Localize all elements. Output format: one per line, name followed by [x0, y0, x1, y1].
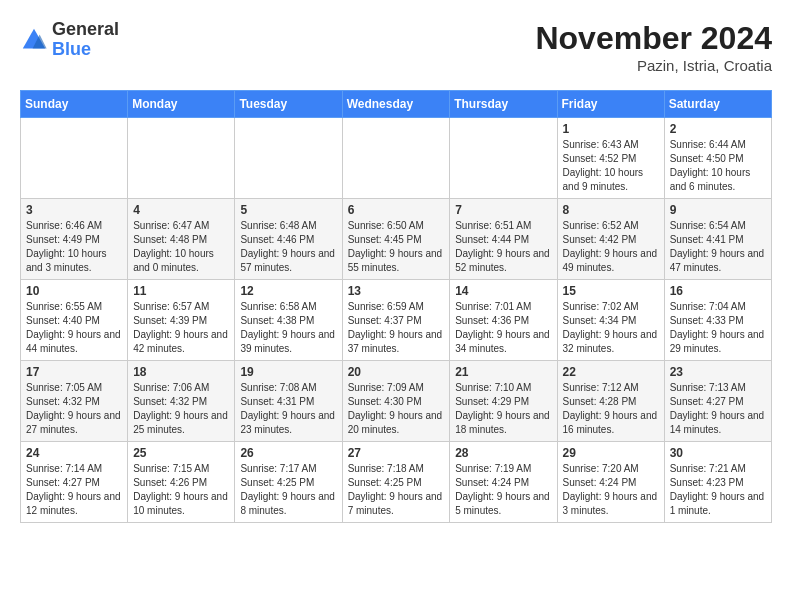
weekday-header: Wednesday	[342, 91, 450, 118]
day-info: Sunrise: 6:48 AM Sunset: 4:46 PM Dayligh…	[240, 219, 336, 275]
calendar-cell: 10Sunrise: 6:55 AM Sunset: 4:40 PM Dayli…	[21, 280, 128, 361]
day-number: 6	[348, 203, 445, 217]
day-info: Sunrise: 6:52 AM Sunset: 4:42 PM Dayligh…	[563, 219, 659, 275]
day-info: Sunrise: 7:18 AM Sunset: 4:25 PM Dayligh…	[348, 462, 445, 518]
day-info: Sunrise: 7:12 AM Sunset: 4:28 PM Dayligh…	[563, 381, 659, 437]
logo: General Blue	[20, 20, 119, 60]
day-number: 3	[26, 203, 122, 217]
calendar-cell: 29Sunrise: 7:20 AM Sunset: 4:24 PM Dayli…	[557, 442, 664, 523]
day-number: 16	[670, 284, 766, 298]
calendar-cell	[128, 118, 235, 199]
calendar-cell: 2Sunrise: 6:44 AM Sunset: 4:50 PM Daylig…	[664, 118, 771, 199]
calendar-cell: 24Sunrise: 7:14 AM Sunset: 4:27 PM Dayli…	[21, 442, 128, 523]
calendar-cell	[450, 118, 557, 199]
day-info: Sunrise: 6:47 AM Sunset: 4:48 PM Dayligh…	[133, 219, 229, 275]
calendar-cell: 1Sunrise: 6:43 AM Sunset: 4:52 PM Daylig…	[557, 118, 664, 199]
day-info: Sunrise: 7:08 AM Sunset: 4:31 PM Dayligh…	[240, 381, 336, 437]
calendar-cell: 11Sunrise: 6:57 AM Sunset: 4:39 PM Dayli…	[128, 280, 235, 361]
calendar-header-row: SundayMondayTuesdayWednesdayThursdayFrid…	[21, 91, 772, 118]
calendar-cell: 30Sunrise: 7:21 AM Sunset: 4:23 PM Dayli…	[664, 442, 771, 523]
day-info: Sunrise: 6:46 AM Sunset: 4:49 PM Dayligh…	[26, 219, 122, 275]
day-info: Sunrise: 7:05 AM Sunset: 4:32 PM Dayligh…	[26, 381, 122, 437]
weekday-header: Monday	[128, 91, 235, 118]
weekday-header: Sunday	[21, 91, 128, 118]
day-info: Sunrise: 7:09 AM Sunset: 4:30 PM Dayligh…	[348, 381, 445, 437]
day-number: 9	[670, 203, 766, 217]
day-number: 26	[240, 446, 336, 460]
calendar-cell: 8Sunrise: 6:52 AM Sunset: 4:42 PM Daylig…	[557, 199, 664, 280]
calendar-cell: 27Sunrise: 7:18 AM Sunset: 4:25 PM Dayli…	[342, 442, 450, 523]
day-number: 12	[240, 284, 336, 298]
weekday-header: Saturday	[664, 91, 771, 118]
logo-blue: Blue	[52, 40, 119, 60]
page-header: General Blue November 2024 Pazin, Istria…	[20, 20, 772, 74]
day-info: Sunrise: 7:19 AM Sunset: 4:24 PM Dayligh…	[455, 462, 551, 518]
day-number: 15	[563, 284, 659, 298]
weekday-header: Friday	[557, 91, 664, 118]
day-info: Sunrise: 7:13 AM Sunset: 4:27 PM Dayligh…	[670, 381, 766, 437]
calendar-cell: 23Sunrise: 7:13 AM Sunset: 4:27 PM Dayli…	[664, 361, 771, 442]
day-number: 4	[133, 203, 229, 217]
day-number: 27	[348, 446, 445, 460]
day-info: Sunrise: 7:06 AM Sunset: 4:32 PM Dayligh…	[133, 381, 229, 437]
calendar-week-row: 10Sunrise: 6:55 AM Sunset: 4:40 PM Dayli…	[21, 280, 772, 361]
calendar-week-row: 24Sunrise: 7:14 AM Sunset: 4:27 PM Dayli…	[21, 442, 772, 523]
day-info: Sunrise: 7:20 AM Sunset: 4:24 PM Dayligh…	[563, 462, 659, 518]
calendar-cell: 13Sunrise: 6:59 AM Sunset: 4:37 PM Dayli…	[342, 280, 450, 361]
day-number: 22	[563, 365, 659, 379]
weekday-header: Tuesday	[235, 91, 342, 118]
logo-general: General	[52, 20, 119, 40]
day-info: Sunrise: 7:15 AM Sunset: 4:26 PM Dayligh…	[133, 462, 229, 518]
calendar-week-row: 3Sunrise: 6:46 AM Sunset: 4:49 PM Daylig…	[21, 199, 772, 280]
calendar-cell: 17Sunrise: 7:05 AM Sunset: 4:32 PM Dayli…	[21, 361, 128, 442]
day-info: Sunrise: 6:58 AM Sunset: 4:38 PM Dayligh…	[240, 300, 336, 356]
day-info: Sunrise: 7:01 AM Sunset: 4:36 PM Dayligh…	[455, 300, 551, 356]
day-number: 11	[133, 284, 229, 298]
day-number: 25	[133, 446, 229, 460]
calendar-cell: 14Sunrise: 7:01 AM Sunset: 4:36 PM Dayli…	[450, 280, 557, 361]
calendar-cell: 16Sunrise: 7:04 AM Sunset: 4:33 PM Dayli…	[664, 280, 771, 361]
day-number: 7	[455, 203, 551, 217]
day-number: 29	[563, 446, 659, 460]
day-info: Sunrise: 7:02 AM Sunset: 4:34 PM Dayligh…	[563, 300, 659, 356]
calendar-cell	[235, 118, 342, 199]
calendar-cell: 9Sunrise: 6:54 AM Sunset: 4:41 PM Daylig…	[664, 199, 771, 280]
calendar-table: SundayMondayTuesdayWednesdayThursdayFrid…	[20, 90, 772, 523]
day-info: Sunrise: 6:54 AM Sunset: 4:41 PM Dayligh…	[670, 219, 766, 275]
weekday-header: Thursday	[450, 91, 557, 118]
day-number: 10	[26, 284, 122, 298]
month-title: November 2024	[535, 20, 772, 57]
day-info: Sunrise: 7:21 AM Sunset: 4:23 PM Dayligh…	[670, 462, 766, 518]
calendar-cell: 12Sunrise: 6:58 AM Sunset: 4:38 PM Dayli…	[235, 280, 342, 361]
day-number: 8	[563, 203, 659, 217]
calendar-cell: 7Sunrise: 6:51 AM Sunset: 4:44 PM Daylig…	[450, 199, 557, 280]
day-info: Sunrise: 6:57 AM Sunset: 4:39 PM Dayligh…	[133, 300, 229, 356]
calendar-cell: 25Sunrise: 7:15 AM Sunset: 4:26 PM Dayli…	[128, 442, 235, 523]
day-number: 17	[26, 365, 122, 379]
day-info: Sunrise: 6:59 AM Sunset: 4:37 PM Dayligh…	[348, 300, 445, 356]
calendar-cell: 26Sunrise: 7:17 AM Sunset: 4:25 PM Dayli…	[235, 442, 342, 523]
day-number: 14	[455, 284, 551, 298]
calendar-cell: 18Sunrise: 7:06 AM Sunset: 4:32 PM Dayli…	[128, 361, 235, 442]
day-number: 5	[240, 203, 336, 217]
calendar-cell: 22Sunrise: 7:12 AM Sunset: 4:28 PM Dayli…	[557, 361, 664, 442]
day-number: 23	[670, 365, 766, 379]
day-info: Sunrise: 7:17 AM Sunset: 4:25 PM Dayligh…	[240, 462, 336, 518]
day-info: Sunrise: 7:14 AM Sunset: 4:27 PM Dayligh…	[26, 462, 122, 518]
calendar-cell: 6Sunrise: 6:50 AM Sunset: 4:45 PM Daylig…	[342, 199, 450, 280]
day-number: 18	[133, 365, 229, 379]
day-number: 28	[455, 446, 551, 460]
day-info: Sunrise: 6:44 AM Sunset: 4:50 PM Dayligh…	[670, 138, 766, 194]
day-number: 13	[348, 284, 445, 298]
location: Pazin, Istria, Croatia	[535, 57, 772, 74]
calendar-cell: 21Sunrise: 7:10 AM Sunset: 4:29 PM Dayli…	[450, 361, 557, 442]
day-number: 24	[26, 446, 122, 460]
day-info: Sunrise: 6:55 AM Sunset: 4:40 PM Dayligh…	[26, 300, 122, 356]
calendar-cell	[21, 118, 128, 199]
day-number: 19	[240, 365, 336, 379]
day-number: 1	[563, 122, 659, 136]
title-block: November 2024 Pazin, Istria, Croatia	[535, 20, 772, 74]
day-number: 20	[348, 365, 445, 379]
calendar-cell: 15Sunrise: 7:02 AM Sunset: 4:34 PM Dayli…	[557, 280, 664, 361]
calendar-cell: 5Sunrise: 6:48 AM Sunset: 4:46 PM Daylig…	[235, 199, 342, 280]
